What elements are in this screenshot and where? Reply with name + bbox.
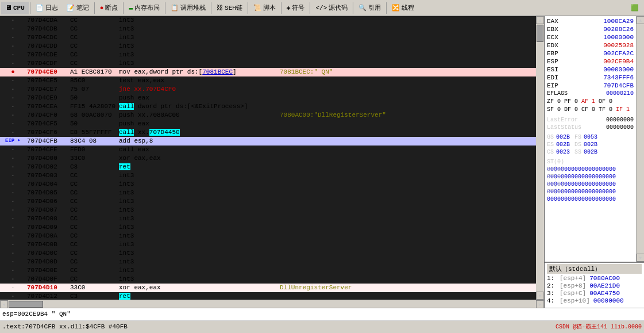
registers-scrollbar[interactable]: ▲ ▼ bbox=[636, 16, 644, 262]
register-row: EDI7343FFF6 bbox=[547, 74, 634, 82]
bottom-bar: esp=002CE9B4 " QN" .text:707D4CFB xx.dll… bbox=[0, 308, 644, 333]
table-row[interactable]: ·707D4CE775 07jne xx.707D4CF0 bbox=[0, 85, 536, 94]
symbol-button[interactable]: ◈ 符号 bbox=[283, 2, 309, 14]
table-row[interactable]: ·707D4D08CCint3 bbox=[0, 215, 536, 223]
reg-scroll-down[interactable]: ▼ bbox=[637, 254, 644, 262]
disasm-horizontal-scrollbar[interactable]: ◄ ► bbox=[0, 300, 544, 308]
cpu-button[interactable]: 🖥 CPU bbox=[1, 2, 29, 14]
scroll-down-arrow[interactable]: ▼ bbox=[536, 292, 544, 300]
table-row[interactable]: ·707D4CDDCCint3 bbox=[0, 42, 536, 51]
flag-pf[interactable]: PF 0 bbox=[564, 98, 578, 106]
table-row[interactable]: ·707D4D0FCCint3 bbox=[0, 275, 536, 284]
thread-button[interactable]: 🔀 线程 bbox=[388, 2, 418, 14]
flag-df[interactable]: DF 0 bbox=[564, 106, 578, 114]
comment-cell bbox=[279, 25, 536, 33]
table-row[interactable]: ·707D4D0033C0xor eax,eax bbox=[0, 154, 536, 163]
lasterror-value: 00000000 bbox=[606, 116, 634, 124]
eip-indicator: · bbox=[0, 102, 26, 111]
instruction-cell: int3 bbox=[118, 25, 279, 33]
reg-value[interactable]: 00025028 bbox=[603, 41, 634, 49]
table-row[interactable]: ·707D4D05CCint3 bbox=[0, 189, 536, 197]
address-cell: 707D4CDC bbox=[26, 33, 69, 42]
flag-sf[interactable]: SF 0 bbox=[547, 106, 561, 114]
disasm-table-container[interactable]: ·707D4CDACCint3·707D4CDBCCint3·707D4CDCC… bbox=[0, 16, 536, 300]
flag-cf[interactable]: CF 0 bbox=[581, 106, 595, 114]
table-row[interactable]: ·707D4CDECCint3 bbox=[0, 51, 536, 59]
table-row[interactable]: ·707D4D12C3ret bbox=[0, 292, 536, 300]
table-row[interactable]: ·707D4CE585C0test eax,eax bbox=[0, 76, 536, 85]
table-row[interactable]: ·707D4CDFCCint3 bbox=[0, 59, 536, 68]
table-row[interactable]: ·707D4D03CCint3 bbox=[0, 171, 536, 180]
eflags-value[interactable]: 00000210 bbox=[606, 90, 634, 98]
address-cell: 707D4D02 bbox=[26, 163, 69, 171]
table-row[interactable]: ·707D4D02C3ret bbox=[0, 163, 536, 171]
eip-indicator: · bbox=[0, 42, 26, 51]
memory-button[interactable]: ▬ 内存布局 bbox=[125, 2, 164, 14]
flag-if[interactable]: IF 1 bbox=[616, 106, 630, 114]
stdcall-section: 默认（stdcall） 1:[esp+4]7080AC002:[esp+8]00… bbox=[545, 262, 644, 308]
scroll-left-arrow[interactable]: ◄ bbox=[0, 300, 8, 308]
scroll-up-arrow[interactable]: ▲ bbox=[536, 16, 544, 24]
table-row[interactable]: ·707D4D06CCint3 bbox=[0, 197, 536, 206]
table-row[interactable]: EIP ➤707D4CFB83C4 08add esp,8 bbox=[0, 137, 536, 146]
table-row[interactable]: ●707D4CE0A1 ECBC8170mov eax,dword ptr ds… bbox=[0, 68, 536, 76]
log-button[interactable]: 📄 日志 bbox=[32, 2, 62, 14]
seg-name1: ES bbox=[547, 141, 554, 148]
comment-cell bbox=[279, 59, 536, 68]
scroll-thumb[interactable] bbox=[537, 25, 543, 42]
table-row[interactable]: ·707D4D07CCint3 bbox=[0, 206, 536, 215]
options-button[interactable]: 🟩 bbox=[627, 2, 643, 14]
table-row[interactable]: ·707D4D0CCCint3 bbox=[0, 249, 536, 258]
table-row[interactable]: ·707D4D04CCint3 bbox=[0, 180, 536, 189]
address-cell: 707D4D0E bbox=[26, 266, 69, 275]
table-row[interactable]: ·707D4CF6E8 55F7FFFFcall xx.707D4450 bbox=[0, 128, 536, 137]
table-row[interactable]: ·707D4CDBCCint3 bbox=[0, 25, 536, 33]
table-row[interactable]: ·707D4CE950push eax bbox=[0, 94, 536, 102]
disasm-vertical-scrollbar[interactable]: ▲ ▼ bbox=[536, 16, 544, 300]
table-row[interactable]: ·707D4D09CCint3 bbox=[0, 223, 536, 232]
register-row: EBP002CFA2C bbox=[547, 49, 634, 58]
reference-button[interactable]: 🔍 引用 bbox=[354, 2, 385, 14]
reg-value[interactable]: 00000000 bbox=[603, 66, 634, 74]
flag-tf[interactable]: TF 0 bbox=[599, 106, 612, 114]
reg-value[interactable]: 10000000 bbox=[603, 33, 634, 41]
eip-indicator: · bbox=[0, 215, 26, 223]
stdcall-num: 1: bbox=[547, 275, 557, 282]
table-row[interactable]: ·707D4CEAFF15 4A28070call dword ptr ds:[… bbox=[0, 102, 536, 111]
reg-value[interactable]: 002CE9B4 bbox=[603, 58, 634, 66]
reg-scroll-up[interactable]: ▲ bbox=[637, 16, 644, 24]
table-row[interactable]: ·707D4CFEFFD0call eax bbox=[0, 146, 536, 154]
seh-button[interactable]: ⛓ SEH链 bbox=[213, 2, 246, 14]
table-row[interactable]: ·707D4CDACCint3 bbox=[0, 16, 536, 25]
breakpoint-button[interactable]: ● 断点 bbox=[96, 2, 122, 14]
flag-of[interactable]: OF 0 bbox=[599, 98, 612, 106]
table-row[interactable]: ·707D4D0DCCint3 bbox=[0, 258, 536, 266]
eip-reg-value[interactable]: 707D4CFB bbox=[603, 82, 634, 90]
note-button[interactable]: 📝 笔记 bbox=[63, 2, 93, 14]
reg-value[interactable]: 7343FFF6 bbox=[603, 74, 634, 82]
table-row[interactable]: ·707D4CDCCCint3 bbox=[0, 33, 536, 42]
stdcall-row: 2:[esp+8]00AE21D0 bbox=[547, 282, 642, 290]
callstack-button[interactable]: 📋 调用堆栈 bbox=[167, 2, 210, 14]
reg-value[interactable]: 002CFA2C bbox=[603, 49, 634, 58]
flag-af[interactable]: AF 1 bbox=[581, 98, 595, 106]
instruction-cell: call dword ptr ds:[<&ExitProcess>] bbox=[118, 102, 279, 111]
script-button[interactable]: 📜 脚本 bbox=[249, 2, 280, 14]
reg-value[interactable]: 1000CA29 bbox=[603, 17, 634, 25]
reg-name: ESI bbox=[547, 66, 567, 74]
comment-cell bbox=[279, 292, 536, 300]
table-row[interactable]: ·707D4CF550push eax bbox=[0, 120, 536, 128]
table-row[interactable]: ·707D4D0ECCint3 bbox=[0, 266, 536, 275]
table-row[interactable]: ·707D4D0BCCint3 bbox=[0, 240, 536, 249]
reg-scroll-track[interactable] bbox=[637, 24, 644, 254]
table-row[interactable]: ·707D4CF068 00AC8070push xx.7080AC007080… bbox=[0, 111, 536, 120]
hscroll-thumb[interactable] bbox=[9, 301, 43, 308]
reg-value[interactable]: 00208C26 bbox=[603, 25, 634, 33]
flag-zf[interactable]: ZF 0 bbox=[547, 98, 561, 106]
eip-indicator: EIP ➤ bbox=[0, 137, 26, 146]
table-row[interactable]: ·707D4D0ACCint3 bbox=[0, 232, 536, 240]
scroll-right-arrow[interactable]: ► bbox=[536, 300, 544, 308]
scroll-track[interactable] bbox=[536, 43, 544, 292]
table-row[interactable]: ·707D4D1033C0xor eax,eaxDllUnregisterSer… bbox=[0, 284, 536, 292]
source-button[interactable]: </> 源代码 bbox=[311, 2, 352, 14]
